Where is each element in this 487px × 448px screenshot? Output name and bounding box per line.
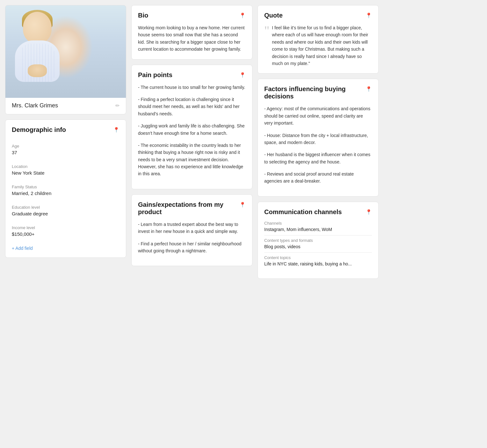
pin-icon-quote[interactable]: 📍 <box>366 12 372 18</box>
gains-item-0: - Learn from a trusted expert about the … <box>138 221 246 235</box>
pin-icon-bio[interactable]: 📍 <box>239 12 246 18</box>
age-field: Age 37 <box>12 144 120 159</box>
person-hands <box>28 64 47 77</box>
profile-name: Mrs. Clark Grimes <box>12 102 58 109</box>
channels-section-1: Content types and formats Blog posts, vi… <box>264 238 372 253</box>
channels-label-1: Content types and formats <box>264 238 372 243</box>
pain-point-2: - Juggling work and family life is also … <box>138 122 246 137</box>
factors-items: - Agency: most of the communications and… <box>264 105 372 185</box>
pin-icon-pain-points[interactable]: 📍 <box>239 72 246 78</box>
demographic-title: Demographic info <box>12 126 66 134</box>
factors-title: Factors influencing buying decisions <box>264 85 363 100</box>
channels-section-0: Channels Instagram, Mom influencers, WoM <box>264 221 372 235</box>
left-column: Mrs. Clark Grimes ✏ Demographic info 📍 A… <box>5 5 126 279</box>
quote-title: Quote <box>264 12 283 19</box>
profile-name-row: Mrs. Clark Grimes ✏ <box>5 98 126 114</box>
pain-points-items: - The current house is too small for her… <box>138 84 246 177</box>
profile-photo-bg <box>5 5 126 98</box>
pain-points-title-row: Pain points 📍 <box>138 71 246 84</box>
channels-label-2: Content topics <box>264 255 372 260</box>
quote-card: Quote 📍 " I feel like it's time for us t… <box>258 5 379 74</box>
family-status-value: Married, 2 children <box>12 191 120 200</box>
age-label: Age <box>12 144 120 148</box>
channels-title: Communication channels <box>264 208 342 216</box>
factors-card: Factors influencing buying decisions 📍 -… <box>258 79 379 197</box>
factors-item-2: - Her husband is the biggest influencer … <box>264 151 372 165</box>
bio-card: Bio 📍 Working mom looking to buy a new h… <box>131 5 252 60</box>
channels-value-0: Instagram, Mom influencers, WoM <box>264 227 372 235</box>
pencil-icon[interactable]: ✏ <box>115 103 120 109</box>
age-value: 37 <box>12 150 120 159</box>
education-label: Education level <box>12 205 120 210</box>
income-label: Income level <box>12 225 120 230</box>
profile-card: Mrs. Clark Grimes ✏ <box>5 5 126 114</box>
factors-title-row: Factors influencing buying decisions 📍 <box>264 85 372 105</box>
gains-card: Gains/expectations from my product 📍 - L… <box>131 194 252 266</box>
pain-points-card: Pain points 📍 - The current house is too… <box>131 65 252 189</box>
pain-point-3: - The economic instability in the countr… <box>138 142 246 177</box>
family-status-field: Family Status Married, 2 children <box>12 184 120 200</box>
family-status-label: Family Status <box>12 184 120 189</box>
income-field: Income level $150,000+ <box>12 225 120 241</box>
location-field: Location New York State <box>12 164 120 179</box>
quote-marks: " <box>264 24 269 37</box>
factors-item-3: - Reviews and social proof around real e… <box>264 170 372 185</box>
gains-title-row: Gains/expectations from my product 📍 <box>138 201 246 221</box>
education-value: Graduate degree <box>12 211 120 220</box>
bio-title: Bio <box>138 12 148 19</box>
add-field-button[interactable]: + Add field <box>12 246 33 251</box>
pin-icon-demographic[interactable]: 📍 <box>113 127 120 133</box>
profile-photo <box>5 5 126 98</box>
channels-value-2: Life in NYC state, raising kids, buying … <box>264 261 372 270</box>
pin-icon-gains[interactable]: 📍 <box>239 202 246 208</box>
right-column: Quote 📍 " I feel like it's time for us t… <box>258 5 379 279</box>
quote-title-row: Quote 📍 <box>264 12 372 24</box>
pin-icon-factors[interactable]: 📍 <box>366 86 372 92</box>
channels-label-0: Channels <box>264 221 372 226</box>
pain-point-1: - Finding a perfect location is challeng… <box>138 96 246 117</box>
demographic-card: Demographic info 📍 Age 37 Location New Y… <box>5 119 126 258</box>
bio-title-row: Bio 📍 <box>138 12 246 24</box>
income-value: $150,000+ <box>12 231 120 241</box>
location-value: New York State <box>12 170 120 179</box>
channels-title-row: Communication channels 📍 <box>264 208 372 221</box>
pain-point-0: - The current house is too small for her… <box>138 84 246 91</box>
bio-body: Working mom looking to buy a new home. H… <box>138 24 246 53</box>
education-field: Education level Graduate degree <box>12 205 120 220</box>
channels-value-1: Blog posts, videos <box>264 244 372 253</box>
quote-text: I feel like it's time for us to find a b… <box>272 24 372 67</box>
quote-body: " I feel like it's time for us to find a… <box>264 24 372 67</box>
person-head <box>23 12 52 44</box>
channels-section-2: Content topics Life in NYC state, raisin… <box>264 255 372 270</box>
demographic-title-row: Demographic info 📍 <box>12 126 120 139</box>
factors-item-0: - Agency: most of the communications and… <box>264 105 372 126</box>
persona-layout: Mrs. Clark Grimes ✏ Demographic info 📍 A… <box>5 5 381 279</box>
pin-icon-channels[interactable]: 📍 <box>366 209 372 215</box>
mid-column: Bio 📍 Working mom looking to buy a new h… <box>131 5 252 279</box>
gains-items: - Learn from a trusted expert about the … <box>138 221 246 255</box>
pain-points-title: Pain points <box>138 71 172 79</box>
location-label: Location <box>12 164 120 169</box>
channels-card: Communication channels 📍 Channels Instag… <box>258 202 379 279</box>
factors-item-1: - House: Distance from the city + local … <box>264 132 372 146</box>
gains-title: Gains/expectations from my product <box>138 201 237 216</box>
gains-item-1: - Find a perfect house in her / similar … <box>138 240 246 255</box>
